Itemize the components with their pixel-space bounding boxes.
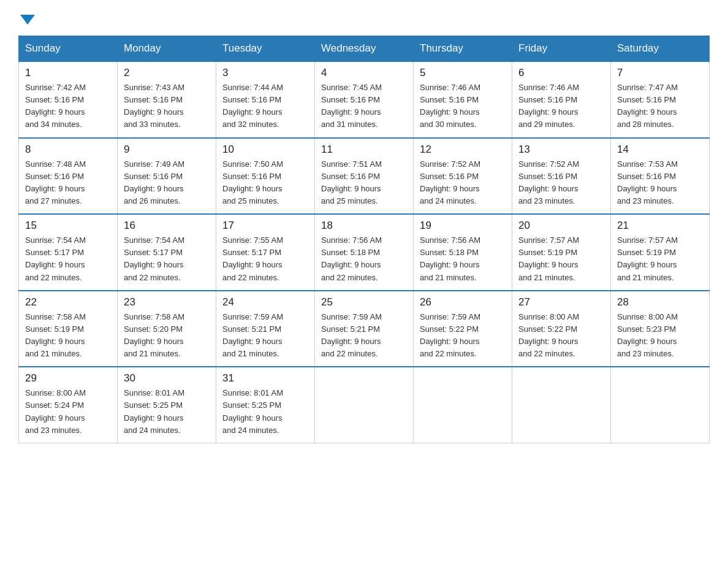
calendar-cell: 12 Sunrise: 7:52 AMSunset: 5:16 PMDaylig…	[414, 138, 512, 215]
day-info: Sunrise: 7:59 AMSunset: 5:21 PMDaylight:…	[321, 312, 382, 358]
day-info: Sunrise: 7:58 AMSunset: 5:20 PMDaylight:…	[124, 312, 184, 358]
calendar-cell: 26 Sunrise: 7:59 AMSunset: 5:22 PMDaylig…	[414, 291, 512, 367]
day-info: Sunrise: 7:51 AMSunset: 5:16 PMDaylight:…	[321, 159, 382, 205]
calendar-cell: 1 Sunrise: 7:42 AMSunset: 5:16 PMDayligh…	[19, 61, 118, 138]
weekday-header-monday: Monday	[118, 36, 216, 62]
calendar-cell: 13 Sunrise: 7:52 AMSunset: 5:16 PMDaylig…	[512, 138, 611, 215]
day-number: 2	[124, 67, 210, 79]
day-info: Sunrise: 7:56 AMSunset: 5:18 PMDaylight:…	[420, 236, 480, 282]
day-info: Sunrise: 7:46 AMSunset: 5:16 PMDaylight:…	[420, 83, 480, 129]
day-info: Sunrise: 8:01 AMSunset: 5:25 PMDaylight:…	[124, 388, 184, 434]
day-info: Sunrise: 7:52 AMSunset: 5:16 PMDaylight:…	[518, 159, 579, 205]
day-info: Sunrise: 7:58 AMSunset: 5:19 PMDaylight:…	[25, 312, 86, 358]
day-number: 7	[617, 67, 703, 79]
calendar-cell: 18 Sunrise: 7:56 AMSunset: 5:18 PMDaylig…	[315, 214, 414, 291]
calendar-cell: 28 Sunrise: 8:00 AMSunset: 5:23 PMDaylig…	[611, 291, 710, 367]
day-number: 15	[25, 220, 111, 232]
weekday-header-wednesday: Wednesday	[315, 36, 414, 62]
day-number: 6	[518, 67, 604, 79]
day-info: Sunrise: 7:43 AMSunset: 5:16 PMDaylight:…	[124, 83, 184, 129]
calendar-cell	[315, 367, 414, 443]
day-number: 20	[518, 220, 604, 232]
calendar-cell: 11 Sunrise: 7:51 AMSunset: 5:16 PMDaylig…	[315, 138, 414, 215]
day-info: Sunrise: 7:45 AMSunset: 5:16 PMDaylight:…	[321, 83, 382, 129]
day-number: 10	[222, 144, 308, 156]
calendar-row-1: 1 Sunrise: 7:42 AMSunset: 5:16 PMDayligh…	[19, 61, 710, 138]
day-number: 5	[420, 67, 506, 79]
day-number: 22	[25, 296, 111, 308]
calendar-cell: 9 Sunrise: 7:49 AMSunset: 5:16 PMDayligh…	[118, 138, 216, 215]
day-number: 27	[518, 296, 604, 308]
calendar-cell: 2 Sunrise: 7:43 AMSunset: 5:16 PMDayligh…	[118, 61, 216, 138]
calendar-cell: 25 Sunrise: 7:59 AMSunset: 5:21 PMDaylig…	[315, 291, 414, 367]
day-info: Sunrise: 7:54 AMSunset: 5:17 PMDaylight:…	[25, 236, 86, 282]
calendar-cell: 22 Sunrise: 7:58 AMSunset: 5:19 PMDaylig…	[19, 291, 118, 367]
day-info: Sunrise: 7:54 AMSunset: 5:17 PMDaylight:…	[124, 236, 184, 282]
calendar-cell: 27 Sunrise: 8:00 AMSunset: 5:22 PMDaylig…	[512, 291, 611, 367]
day-info: Sunrise: 7:57 AMSunset: 5:19 PMDaylight:…	[617, 236, 678, 282]
calendar-cell: 31 Sunrise: 8:01 AMSunset: 5:25 PMDaylig…	[216, 367, 315, 443]
weekday-header-saturday: Saturday	[611, 36, 710, 62]
day-info: Sunrise: 8:01 AMSunset: 5:25 PMDaylight:…	[222, 388, 283, 434]
calendar-cell: 10 Sunrise: 7:50 AMSunset: 5:16 PMDaylig…	[216, 138, 315, 215]
day-info: Sunrise: 7:42 AMSunset: 5:16 PMDaylight:…	[25, 83, 86, 129]
day-number: 8	[25, 144, 111, 156]
calendar-cell	[611, 367, 710, 443]
page-header	[18, 12, 710, 25]
calendar-cell: 24 Sunrise: 7:59 AMSunset: 5:21 PMDaylig…	[216, 291, 315, 367]
calendar-cell: 19 Sunrise: 7:56 AMSunset: 5:18 PMDaylig…	[414, 214, 512, 291]
weekday-header-friday: Friday	[512, 36, 611, 62]
calendar-cell: 8 Sunrise: 7:48 AMSunset: 5:16 PMDayligh…	[19, 138, 118, 215]
calendar-cell: 29 Sunrise: 8:00 AMSunset: 5:24 PMDaylig…	[19, 367, 118, 443]
day-info: Sunrise: 8:00 AMSunset: 5:24 PMDaylight:…	[25, 388, 86, 434]
day-number: 23	[124, 296, 210, 308]
day-info: Sunrise: 7:59 AMSunset: 5:22 PMDaylight:…	[420, 312, 480, 358]
day-number: 3	[222, 67, 308, 79]
day-number: 17	[222, 220, 308, 232]
calendar-cell: 23 Sunrise: 7:58 AMSunset: 5:20 PMDaylig…	[118, 291, 216, 367]
calendar-cell: 15 Sunrise: 7:54 AMSunset: 5:17 PMDaylig…	[19, 214, 118, 291]
calendar-cell: 17 Sunrise: 7:55 AMSunset: 5:17 PMDaylig…	[216, 214, 315, 291]
day-number: 13	[518, 144, 604, 156]
day-number: 30	[124, 372, 210, 385]
day-info: Sunrise: 7:59 AMSunset: 5:21 PMDaylight:…	[222, 312, 283, 358]
day-info: Sunrise: 7:57 AMSunset: 5:19 PMDaylight:…	[518, 236, 579, 282]
calendar-cell: 5 Sunrise: 7:46 AMSunset: 5:16 PMDayligh…	[414, 61, 512, 138]
day-number: 26	[420, 296, 506, 308]
day-info: Sunrise: 7:52 AMSunset: 5:16 PMDaylight:…	[420, 159, 480, 205]
day-number: 12	[420, 144, 506, 156]
logo	[18, 12, 35, 25]
day-number: 4	[321, 67, 407, 79]
day-info: Sunrise: 8:00 AMSunset: 5:23 PMDaylight:…	[617, 312, 678, 358]
weekday-header-sunday: Sunday	[19, 36, 118, 62]
day-info: Sunrise: 7:55 AMSunset: 5:17 PMDaylight:…	[222, 236, 283, 282]
day-number: 11	[321, 144, 407, 156]
day-info: Sunrise: 7:50 AMSunset: 5:16 PMDaylight:…	[222, 159, 283, 205]
day-info: Sunrise: 7:44 AMSunset: 5:16 PMDaylight:…	[222, 83, 283, 129]
calendar-cell	[414, 367, 512, 443]
day-number: 9	[124, 144, 210, 156]
day-number: 29	[25, 372, 111, 385]
day-info: Sunrise: 7:53 AMSunset: 5:16 PMDaylight:…	[617, 159, 678, 205]
weekday-header-tuesday: Tuesday	[216, 36, 315, 62]
calendar-row-2: 8 Sunrise: 7:48 AMSunset: 5:16 PMDayligh…	[19, 138, 710, 215]
calendar-cell: 6 Sunrise: 7:46 AMSunset: 5:16 PMDayligh…	[512, 61, 611, 138]
day-number: 21	[617, 220, 703, 232]
calendar-cell: 16 Sunrise: 7:54 AMSunset: 5:17 PMDaylig…	[118, 214, 216, 291]
calendar-table: SundayMondayTuesdayWednesdayThursdayFrid…	[18, 36, 710, 443]
calendar-cell: 20 Sunrise: 7:57 AMSunset: 5:19 PMDaylig…	[512, 214, 611, 291]
day-info: Sunrise: 7:47 AMSunset: 5:16 PMDaylight:…	[617, 83, 678, 129]
day-info: Sunrise: 7:49 AMSunset: 5:16 PMDaylight:…	[124, 159, 184, 205]
day-number: 28	[617, 296, 703, 308]
day-number: 18	[321, 220, 407, 232]
calendar-cell: 4 Sunrise: 7:45 AMSunset: 5:16 PMDayligh…	[315, 61, 414, 138]
day-info: Sunrise: 8:00 AMSunset: 5:22 PMDaylight:…	[518, 312, 579, 358]
day-info: Sunrise: 7:56 AMSunset: 5:18 PMDaylight:…	[321, 236, 382, 282]
calendar-cell: 30 Sunrise: 8:01 AMSunset: 5:25 PMDaylig…	[118, 367, 216, 443]
calendar-cell: 7 Sunrise: 7:47 AMSunset: 5:16 PMDayligh…	[611, 61, 710, 138]
day-number: 16	[124, 220, 210, 232]
calendar-row-5: 29 Sunrise: 8:00 AMSunset: 5:24 PMDaylig…	[19, 367, 710, 443]
day-number: 1	[25, 67, 111, 79]
day-info: Sunrise: 7:48 AMSunset: 5:16 PMDaylight:…	[25, 159, 86, 205]
day-number: 14	[617, 144, 703, 156]
